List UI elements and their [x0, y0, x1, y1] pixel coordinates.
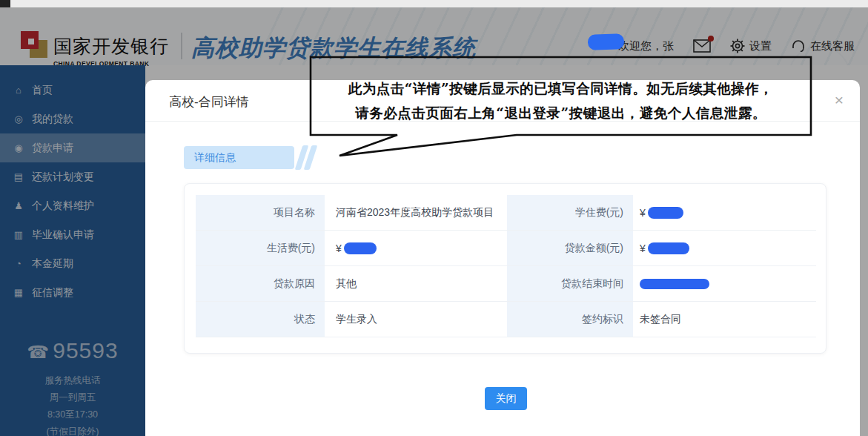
browser-corner — [0, 0, 10, 7]
browser-top-strip — [0, 0, 868, 7]
table-row: 贷款原因 其他 贷款结束时间 — [196, 266, 816, 302]
annotation-text: 此为点击“详情”按键后显示的已填写合同详情。如无后续其他操作， 请务必点击页面右… — [311, 67, 811, 135]
label-project-name: 项目名称 — [196, 195, 325, 230]
close-icon[interactable]: × — [835, 92, 844, 108]
value-status: 学生录入 — [325, 302, 507, 337]
value-loan-reason: 其他 — [325, 266, 507, 301]
value-living-fee: ¥ — [325, 231, 507, 265]
redaction-blob — [344, 242, 377, 254]
table-row: 生活费(元) ¥ 贷款金额(元) ¥ — [196, 231, 816, 266]
tab-detail-info[interactable]: 详细信息 — [184, 146, 294, 169]
label-loan-amount: 贷款金额(元) — [507, 231, 633, 265]
currency-prefix: ¥ — [336, 242, 342, 254]
close-button[interactable]: 关闭 — [485, 387, 527, 410]
redaction-blob — [648, 242, 689, 254]
annotation-line-1: 此为点击“详情”按键后显示的已填写合同详情。如无后续其他操作， — [348, 76, 773, 101]
value-loan-end-date — [633, 266, 816, 301]
label-tuition-fee: 学住费(元) — [507, 195, 633, 230]
name-redaction-blob — [588, 33, 625, 50]
tab-decoration-bars — [299, 145, 314, 170]
value-loan-amount: ¥ — [633, 231, 816, 265]
value-tuition-fee: ¥ — [633, 195, 816, 230]
tab-detail-info-label: 详细信息 — [194, 151, 236, 165]
redaction-blob — [648, 207, 683, 219]
value-project-name: 河南省2023年度高校助学贷款项目 — [325, 195, 507, 230]
currency-prefix: ¥ — [640, 242, 646, 254]
currency-prefix: ¥ — [640, 207, 646, 219]
student-loan-system-page: 国家开发银行 CHINA DEVELOPMENT BANK 高校助学贷款学生在线… — [0, 0, 868, 436]
detail-tab-row: 详细信息 — [184, 145, 314, 170]
label-loan-reason: 贷款原因 — [196, 266, 325, 301]
label-sign-flag: 签约标识 — [507, 302, 633, 337]
annotation-line-2: 请务必点击页面右上角“退出登录”按键退出，避免个人信息泄露。 — [355, 101, 766, 125]
label-loan-end-date: 贷款结束时间 — [507, 266, 633, 301]
label-living-fee: 生活费(元) — [196, 231, 325, 265]
value-sign-flag: 未签合同 — [633, 302, 816, 337]
label-status: 状态 — [196, 302, 325, 337]
table-row: 项目名称 河南省2023年度高校助学贷款项目 学住费(元) ¥ — [196, 195, 816, 231]
redaction-blob — [640, 279, 709, 289]
detail-table: 项目名称 河南省2023年度高校助学贷款项目 学住费(元) ¥ 生活费(元) ¥… — [196, 195, 816, 337]
detail-card: 项目名称 河南省2023年度高校助学贷款项目 学住费(元) ¥ 生活费(元) ¥… — [184, 183, 826, 354]
table-row: 状态 学生录入 签约标识 未签合同 — [196, 302, 816, 337]
modal-title: 高校-合同详情 — [169, 93, 249, 110]
